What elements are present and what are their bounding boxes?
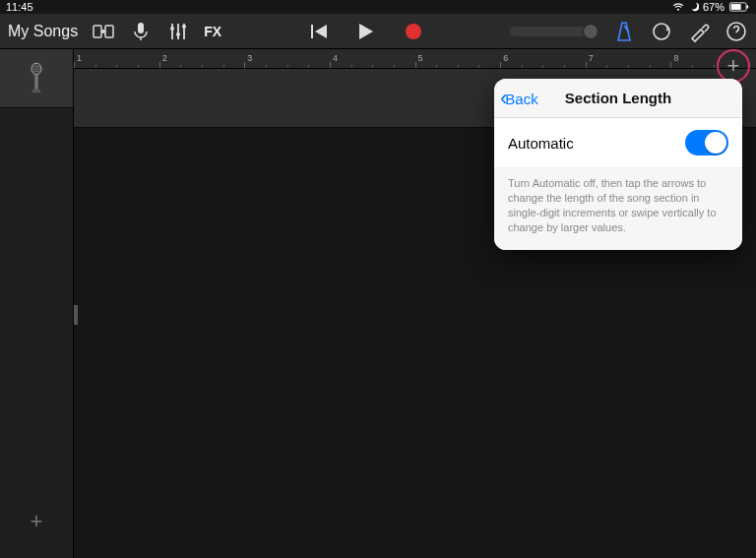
record-button[interactable]: [402, 20, 425, 43]
fx-button[interactable]: FX: [204, 24, 221, 39]
battery-icon: [728, 2, 750, 12]
add-track-button[interactable]: +: [0, 509, 73, 534]
automatic-toggle[interactable]: [685, 130, 728, 155]
track-header-mic[interactable]: [0, 49, 73, 108]
automatic-row: Automatic: [494, 118, 742, 168]
mixer-icon[interactable]: [166, 20, 190, 43]
ruler-tick: 5: [418, 53, 423, 63]
moon-icon: [689, 2, 699, 12]
rewind-button[interactable]: [307, 20, 331, 43]
svg-point-5: [101, 30, 105, 33]
track-header-column: +: [0, 49, 74, 558]
status-time: 11:45: [6, 1, 33, 13]
popover-header: ‹ Back Section Length: [494, 79, 742, 118]
section-length-popover: ‹ Back Section Length Automatic Turn Aut…: [494, 79, 742, 250]
ruler-tick: 2: [162, 53, 167, 63]
svg-rect-4: [105, 26, 113, 37]
svg-rect-6: [138, 23, 144, 33]
wifi-icon: [671, 2, 685, 12]
scrub-slider[interactable]: [510, 27, 598, 36]
status-bar: 11:45 67%: [0, 0, 756, 14]
back-button[interactable]: ‹ Back: [500, 79, 538, 118]
mic-icon[interactable]: [129, 20, 153, 43]
svg-point-8: [176, 32, 180, 36]
play-button[interactable]: [354, 20, 378, 43]
back-label: Back: [505, 91, 537, 107]
ruler-tick: 3: [247, 53, 252, 63]
ruler-tick: 4: [333, 53, 338, 63]
svg-point-10: [654, 24, 669, 39]
svg-rect-2: [747, 5, 749, 8]
svg-point-9: [182, 25, 186, 29]
browser-icon[interactable]: [92, 20, 115, 43]
automatic-label: Automatic: [508, 135, 574, 152]
svg-point-7: [170, 27, 174, 31]
timeline-ruler[interactable]: 12345678: [74, 49, 756, 69]
loop-icon[interactable]: [650, 20, 673, 43]
svg-rect-14: [32, 89, 40, 92]
battery-pct: 67%: [703, 1, 724, 13]
ruler-tick: 7: [589, 53, 594, 63]
svg-rect-13: [34, 74, 37, 89]
svg-rect-3: [94, 26, 101, 37]
ruler-tick: 1: [77, 53, 82, 63]
track-mic-icon: [27, 62, 46, 95]
ruler-tick: 8: [673, 53, 678, 63]
popover-help-text: Turn Automatic off, then tap the arrows …: [494, 168, 742, 250]
metronome-icon[interactable]: [612, 20, 636, 43]
playhead-handle[interactable]: [74, 305, 78, 325]
my-songs-button[interactable]: My Songs: [8, 23, 78, 40]
plus-icon: +: [31, 509, 43, 534]
popover-title: Section Length: [565, 90, 671, 106]
ruler-tick: 6: [503, 53, 508, 63]
status-right: 67%: [671, 1, 750, 13]
top-toolbar: My Songs FX: [0, 14, 756, 49]
svg-rect-1: [731, 4, 741, 10]
settings-icon[interactable]: [687, 20, 711, 43]
help-icon[interactable]: [724, 20, 748, 43]
